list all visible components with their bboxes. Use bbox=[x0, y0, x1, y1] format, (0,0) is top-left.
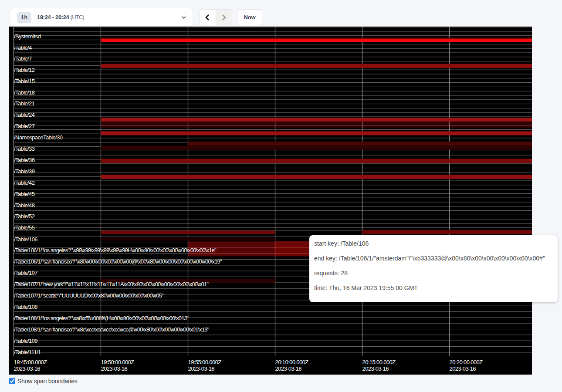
svg-text:/Table/108: /Table/108 bbox=[14, 304, 37, 310]
svg-text:/Table/24: /Table/24 bbox=[14, 112, 35, 118]
svg-text:/Table/18: /Table/18 bbox=[14, 89, 35, 96]
svg-text:/Table/36: /Table/36 bbox=[14, 157, 35, 163]
svg-text:/Table/106: /Table/106 bbox=[14, 236, 37, 243]
svg-text:/Table/12: /Table/12 bbox=[14, 67, 35, 73]
svg-text:/Table/107/1/"new york"/"\x11\: /Table/107/1/"new york"/"\x11\x11\x11\x1… bbox=[14, 281, 209, 287]
svg-text:/Table/111/1: /Table/111/1 bbox=[14, 349, 41, 355]
svg-text:/Table/107: /Table/107 bbox=[14, 270, 37, 276]
svg-text:/Table/27: /Table/27 bbox=[14, 123, 35, 129]
svg-text:/Table/109: /Table/109 bbox=[14, 338, 37, 344]
svg-text:/Table/7: /Table/7 bbox=[14, 55, 32, 62]
svg-text:20:10:00.000Z: 20:10:00.000Z bbox=[275, 359, 309, 365]
svg-text:/Table/48: /Table/48 bbox=[14, 202, 35, 209]
svg-text:2023-03-16: 2023-03-16 bbox=[362, 365, 389, 372]
svg-text:/Table/4: /Table/4 bbox=[14, 44, 32, 51]
svg-text:/Table/45: /Table/45 bbox=[14, 191, 35, 197]
svg-text:19:50:00.000Z: 19:50:00.000Z bbox=[101, 359, 135, 365]
svg-text:/NamespaceTable/30: /NamespaceTable/30 bbox=[14, 134, 63, 141]
svg-text:/Table/108/1/"san francisco"/": /Table/108/1/"san francisco"/"\x8c\xcc\x… bbox=[14, 326, 210, 333]
svg-text:/Table/15: /Table/15 bbox=[14, 78, 35, 84]
svg-text:/System/tsd: /System/tsd bbox=[14, 33, 41, 40]
svg-text:20:15:00.000Z: 20:15:00.000Z bbox=[362, 359, 396, 365]
svg-text:/Table/55: /Table/55 bbox=[14, 224, 35, 231]
svg-text:2023-03-16: 2023-03-16 bbox=[101, 365, 128, 372]
svg-text:/Table/106/1/"los angeles"/"\x: /Table/106/1/"los angeles"/"\x99\x99\x99… bbox=[14, 247, 217, 253]
svg-text:/Table/21: /Table/21 bbox=[14, 100, 35, 107]
svg-text:/Table/107/1/"seattle"/"UUUUUU: /Table/107/1/"seattle"/"UUUUUUD\x00\x80\… bbox=[14, 292, 164, 299]
svg-text:/Table/106/1/"san francisco"/": /Table/106/1/"san francisco"/"\x80\x00\x… bbox=[14, 258, 222, 265]
svg-text:19:55:00.000Z: 19:55:00.000Z bbox=[188, 359, 222, 365]
svg-text:19:45:00.000Z: 19:45:00.000Z bbox=[14, 359, 47, 365]
svg-text:2023-03-16: 2023-03-16 bbox=[188, 365, 215, 372]
svg-text:/Table/108/1/"los angeles"/"\x: /Table/108/1/"los angeles"/"\xa8\xf5\u00… bbox=[14, 315, 189, 321]
svg-text:2023-03-16: 2023-03-16 bbox=[275, 365, 302, 372]
svg-text:/Table/39: /Table/39 bbox=[14, 168, 35, 175]
svg-text:/Table/42: /Table/42 bbox=[14, 179, 35, 186]
svg-text:/Table/52: /Table/52 bbox=[14, 213, 35, 220]
svg-text:20:20:00.000Z: 20:20:00.000Z bbox=[450, 359, 483, 365]
svg-text:2023-03-16: 2023-03-16 bbox=[450, 365, 476, 372]
svg-text:2023-03-16: 2023-03-16 bbox=[14, 365, 41, 372]
svg-text:/Table/33: /Table/33 bbox=[14, 145, 35, 152]
